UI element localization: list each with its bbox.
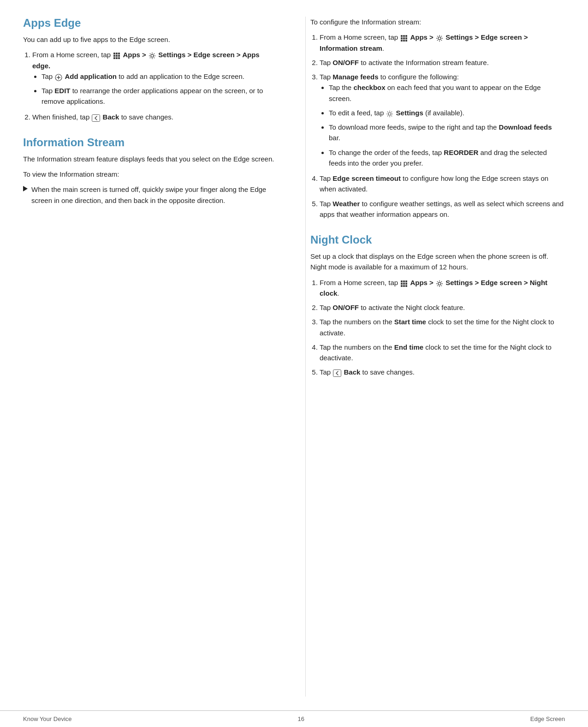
svg-rect-8 <box>118 57 120 59</box>
ic-step5-text: Tap <box>320 200 333 208</box>
night-clock-intro: Set up a clock that displays on the Edge… <box>310 251 565 273</box>
svg-rect-5 <box>118 55 120 57</box>
svg-rect-30 <box>403 285 405 287</box>
bullet1-tap: Tap <box>42 72 54 80</box>
ic-b1-bold: checkbox <box>353 83 385 91</box>
apps-edge-intro: You can add up to five apps to the Edge … <box>23 34 278 45</box>
ic-bullet1: Tap the checkbox on each feed that you w… <box>329 82 565 104</box>
night-clock-title: Night Clock <box>310 233 565 246</box>
apps-edge-title: Apps Edge <box>23 17 278 30</box>
svg-rect-1 <box>116 53 118 54</box>
ic-b4-bold: REORDER <box>444 149 478 156</box>
content-area: Apps Edge You can add up to five apps to… <box>0 0 588 710</box>
nc-step3-bold: Start time <box>394 318 426 326</box>
info-stream-triangle-item: When the main screen is turned off, quic… <box>23 184 278 206</box>
info-stream-title: Information Stream <box>23 136 278 149</box>
bullet2-bold: EDIT <box>54 87 70 95</box>
nc-step2: Tap ON/OFF to activate the Night clock f… <box>320 302 565 313</box>
ic-bullet4: To change the order of the feeds, tap RE… <box>329 147 565 169</box>
step2-rest: to save changes. <box>121 113 173 121</box>
ic-b2-bold: Settings <box>396 109 423 117</box>
info-config-step2: Tap ON/OFF to activate the Information s… <box>320 57 565 68</box>
step1-apps-label: Apps > <box>123 51 148 59</box>
nc-step2-rest: to activate the Night clock feature. <box>361 304 465 311</box>
nc-step5: Tap Back to save changes. <box>320 367 565 377</box>
svg-rect-25 <box>405 280 407 282</box>
nc-step1-period: . <box>337 289 339 297</box>
nc-step1-apps: Apps > <box>410 279 435 286</box>
bullet1-bold: Add application <box>65 72 117 80</box>
nc-step3: Tap the numbers on the Start time clock … <box>320 316 565 338</box>
apps-edge-step1: From a Home screen, tap <box>32 49 278 107</box>
page-footer: Know Your Device 16 Edge Screen <box>0 710 588 727</box>
triangle-item-text: When the main screen is turned off, quic… <box>31 184 278 206</box>
footer-left: Know Your Device <box>23 715 72 722</box>
step1-text-before: From a Home screen, tap <box>32 51 113 59</box>
left-column: Apps Edge You can add up to five apps to… <box>23 17 287 697</box>
apps-edge-step2: When finished, tap Back to save changes. <box>32 112 278 122</box>
nc-step1: From a Home screen, tap <box>320 277 565 299</box>
ic-step3-bold: Manage feeds <box>333 73 378 81</box>
info-stream-config-steps: From a Home screen, tap <box>320 32 565 220</box>
svg-rect-26 <box>401 283 403 285</box>
nc-step4-text: Tap the numbers on the <box>320 343 394 351</box>
nc-step2-bold: ON/OFF <box>333 304 359 311</box>
svg-point-22 <box>388 113 391 115</box>
add-icon <box>55 73 62 81</box>
ic-step1-apps: Apps > <box>410 33 435 41</box>
svg-rect-2 <box>118 53 120 54</box>
info-stream-config-section: To configure the Information stream: Fro… <box>310 17 565 220</box>
step2-text: When finished, tap <box>32 113 91 121</box>
footer-center: 16 <box>297 715 304 722</box>
ic-bullet3: To download more feeds, swipe to the rig… <box>329 122 565 143</box>
ic-b3-bold: Download feeds <box>499 123 552 131</box>
svg-rect-19 <box>403 40 405 42</box>
ic-step3-rest: to configure the following: <box>380 73 459 81</box>
ic-step3-text: Tap <box>320 73 333 81</box>
svg-rect-3 <box>113 55 115 57</box>
apps-icon-3 <box>400 280 408 287</box>
bullet1-rest: to add an application to the Edge screen… <box>119 72 244 80</box>
info-config-step3: Tap Manage feeds to configure the follow… <box>320 72 565 168</box>
nc-step3-text: Tap the numbers on the <box>320 318 394 326</box>
ic-step2-bold: ON/OFF <box>333 59 359 66</box>
step2-back-label: Back <box>103 113 119 121</box>
nc-step2-text: Tap <box>320 304 333 311</box>
apps-icon-1 <box>113 52 120 59</box>
svg-rect-17 <box>405 37 407 39</box>
ic-b4-text: To change the order of the feeds, tap <box>329 149 444 156</box>
back-icon-2 <box>333 369 341 376</box>
info-stream-section: Information Stream The Information strea… <box>23 136 278 206</box>
right-column: To configure the Information stream: Fro… <box>305 17 565 697</box>
svg-point-32 <box>438 282 441 285</box>
bullet2-rest: to rearrange the order applications appe… <box>42 87 263 105</box>
ic-b2-text: To edit a feed, tap <box>329 109 386 117</box>
svg-rect-33 <box>333 370 341 377</box>
svg-rect-11 <box>92 114 100 121</box>
nc-step4-bold: End time <box>394 343 423 351</box>
svg-rect-18 <box>401 40 403 42</box>
nc-step1-before: From a Home screen, tap <box>320 279 400 286</box>
settings-icon-3 <box>436 280 443 287</box>
page-container: Apps Edge You can add up to five apps to… <box>0 0 588 727</box>
triangle-bullet-icon <box>23 186 28 191</box>
ic-step2-text: Tap <box>320 59 333 66</box>
ic-bullet2: To edit a feed, tap Settings (if availab… <box>329 107 565 118</box>
nc-step5-bold: Back <box>344 368 361 376</box>
svg-rect-12 <box>401 35 403 37</box>
footer-right: Edge Screen <box>530 715 565 722</box>
svg-point-9 <box>151 54 154 57</box>
settings2-icon <box>386 110 393 117</box>
svg-rect-14 <box>405 35 407 37</box>
info-config-step4: Tap Edge screen timeout to configure how… <box>320 173 565 195</box>
night-clock-section: Night Clock Set up a clock that displays… <box>310 233 565 378</box>
svg-point-21 <box>438 37 441 40</box>
ic-b3-text: To download more feeds, swipe to the rig… <box>329 123 499 131</box>
info-stream-intro: The Information stream feature displays … <box>23 154 278 164</box>
svg-rect-7 <box>116 57 118 59</box>
svg-rect-24 <box>403 280 405 282</box>
svg-rect-4 <box>116 55 118 57</box>
svg-rect-31 <box>405 285 407 287</box>
info-stream-config-intro: To configure the Information stream: <box>310 17 565 27</box>
info-config-step5: Tap Weather to configure weather setting… <box>320 198 565 220</box>
